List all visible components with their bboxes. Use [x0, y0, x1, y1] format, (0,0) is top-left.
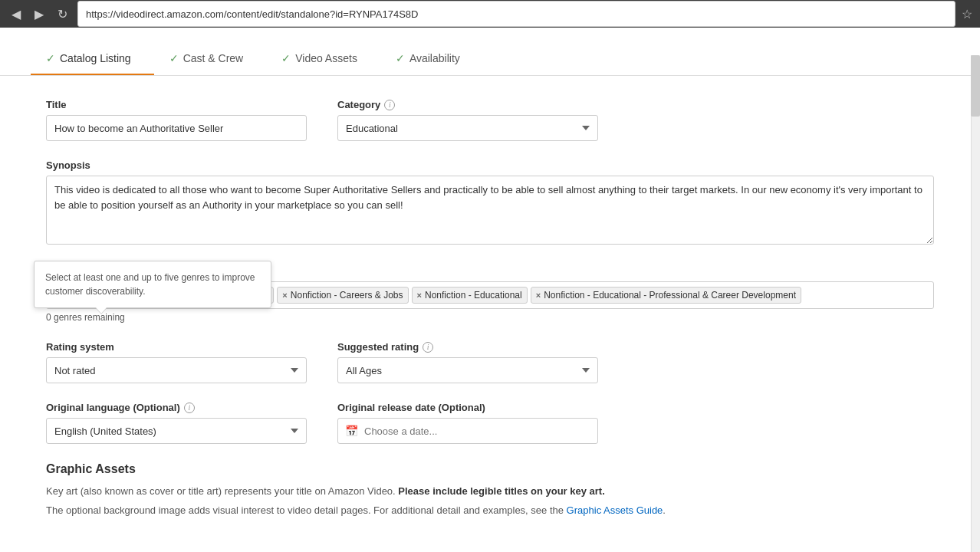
tab-video-assets[interactable]: ✓ Video Assets: [266, 43, 380, 75]
language-select[interactable]: English (United States) Spanish French G…: [46, 418, 307, 444]
graphic-assets-title: Graphic Assets: [46, 462, 934, 476]
genres-remaining: 0 genres remaining: [46, 312, 934, 323]
checkmark-avail-icon: ✓: [396, 52, 405, 64]
category-info-icon[interactable]: i: [384, 100, 395, 110]
synopsis-textarea[interactable]: This video is dedicated to all those who…: [46, 176, 934, 245]
suggested-rating-info-icon[interactable]: i: [423, 342, 433, 353]
genre-tag-educational-label: Nonfiction - Educational: [425, 290, 522, 301]
genre-tag-educational: × Nonfiction - Educational: [412, 287, 528, 304]
genre-tag-careers: × Nonfiction - Careers & Jobs: [277, 287, 408, 304]
suggested-rating-select[interactable]: All Ages 7+ 13+ 16+ 18+: [337, 357, 598, 383]
tab-cast-label: Cast & Crew: [183, 52, 244, 64]
calendar-icon: 📅: [345, 425, 358, 437]
back-button[interactable]: ◀: [8, 5, 25, 23]
remove-careers-button[interactable]: ×: [282, 291, 287, 300]
graphic-assets-section: Graphic Assets Key art (also known as co…: [46, 462, 934, 519]
rating-system-select[interactable]: Not rated MPAA TV Parental Guidelines: [46, 357, 307, 383]
browser-bar: ◀ ▶ ↻ ☆: [0, 0, 980, 28]
genre-tooltip: Select at least one and up to five genre…: [34, 261, 271, 308]
forward-button[interactable]: ▶: [31, 5, 48, 23]
release-date-input[interactable]: [337, 418, 598, 444]
nav-tabs: ✓ Catalog Listing ✓ Cast & Crew ✓ Video …: [0, 28, 980, 76]
tab-catalog-listing[interactable]: ✓ Catalog Listing: [31, 43, 154, 75]
url-bar[interactable]: [77, 1, 955, 27]
graphic-assets-line1: Key art (also known as cover or title ar…: [46, 485, 396, 497]
tab-cast-crew[interactable]: ✓ Cast & Crew: [154, 43, 267, 75]
checkmark-catalog-icon: ✓: [46, 52, 55, 64]
rating-system-group: Rating system Not rated MPAA TV Parental…: [46, 341, 307, 383]
remove-educational-button[interactable]: ×: [417, 291, 422, 300]
graphic-assets-bold: Please include legible titles on your ke…: [398, 485, 604, 497]
language-group: Original language (Optional) i English (…: [46, 402, 307, 444]
tooltip-arrow: [96, 307, 107, 314]
language-label: Original language (Optional): [46, 402, 180, 413]
tab-availability[interactable]: ✓ Availability: [380, 43, 483, 75]
release-date-label: Original release date (Optional): [337, 402, 598, 413]
graphic-assets-period: .: [663, 504, 666, 516]
title-group: Title: [46, 99, 307, 141]
tab-avail-label: Availability: [409, 52, 460, 64]
refresh-button[interactable]: ↻: [54, 5, 71, 23]
genre-tag-edu-pro: × Nonfiction - Educational - Professiona…: [531, 287, 801, 304]
tab-video-label: Video Assets: [295, 52, 357, 64]
checkmark-video-icon: ✓: [281, 52, 291, 64]
tooltip-text: Select at least one and up to five genre…: [45, 272, 255, 297]
language-info-icon[interactable]: i: [184, 402, 195, 413]
genre-tag-careers-label: Nonfiction - Careers & Jobs: [291, 290, 403, 301]
checkmark-cast-icon: ✓: [169, 52, 179, 64]
title-input[interactable]: [46, 115, 307, 141]
page-wrapper: ✓ Catalog Listing ✓ Cast & Crew ✓ Video …: [0, 28, 980, 552]
synopsis-label: Synopsis: [46, 159, 90, 171]
scrollbar-thumb[interactable]: [971, 55, 980, 117]
main-content: Title Category i Educational Comedy Dram…: [0, 76, 980, 542]
title-label: Title: [46, 99, 307, 110]
release-date-group: Original release date (Optional) 📅: [337, 402, 598, 444]
category-select[interactable]: Educational Comedy Drama Documentary Act…: [337, 115, 598, 141]
rating-row: Rating system Not rated MPAA TV Parental…: [46, 341, 934, 383]
remove-edu-pro-button[interactable]: ×: [536, 291, 541, 300]
date-input-wrapper: 📅: [337, 418, 598, 444]
suggested-rating-group: Suggested rating i All Ages 7+ 13+ 16+ 1…: [337, 341, 598, 383]
genre-tag-edu-pro-label: Nonfiction - Educational - Professional …: [544, 290, 796, 301]
rating-system-label: Rating system: [46, 341, 307, 353]
graphic-assets-guide-link[interactable]: Graphic Assets Guide: [567, 504, 663, 516]
graphic-assets-desc2: The optional background image adds visua…: [46, 503, 934, 519]
title-category-row: Title Category i Educational Comedy Dram…: [46, 99, 934, 141]
graphic-assets-desc: Key art (also known as cover or title ar…: [46, 484, 934, 500]
bookmark-icon: ☆: [962, 7, 972, 21]
tab-catalog-label: Catalog Listing: [60, 52, 131, 64]
scrollbar-track[interactable]: [971, 55, 980, 552]
category-label: Category: [337, 99, 380, 110]
category-group: Category i Educational Comedy Drama Docu…: [337, 99, 598, 141]
suggested-rating-label: Suggested rating: [337, 341, 419, 353]
synopsis-section: Synopsis This video is dedicated to all …: [46, 159, 934, 247]
graphic-assets-line2: The optional background image adds visua…: [46, 504, 564, 516]
lang-date-row: Original language (Optional) i English (…: [46, 402, 934, 444]
